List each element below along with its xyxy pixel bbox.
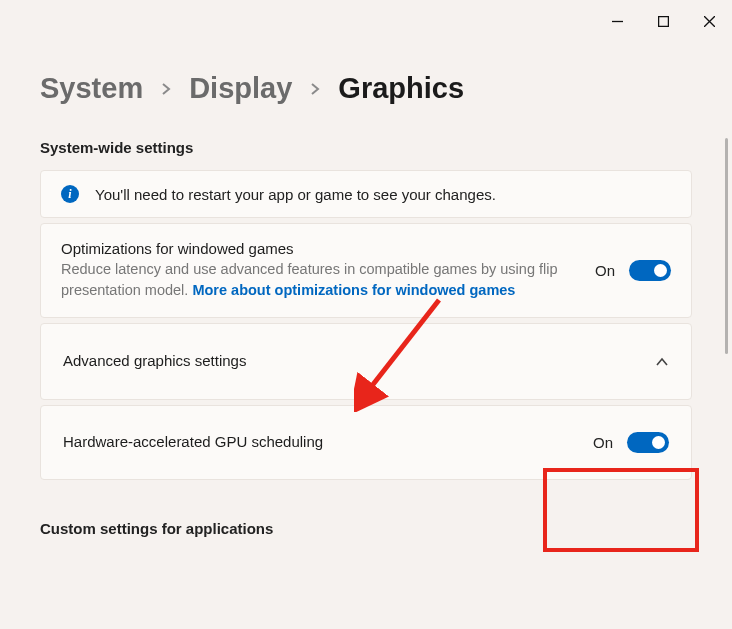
windowed-opt-description: Reduce latency and use advanced features… bbox=[61, 259, 579, 301]
minimize-button[interactable] bbox=[594, 6, 640, 36]
maximize-button[interactable] bbox=[640, 6, 686, 36]
breadcrumb-system[interactable]: System bbox=[40, 72, 143, 105]
scrollbar-thumb[interactable] bbox=[725, 138, 728, 354]
windowed-opt-title: Optimizations for windowed games bbox=[61, 240, 579, 257]
info-banner: You'll need to restart your app or game … bbox=[40, 170, 692, 218]
gpu-scheduling-title: Hardware-accelerated GPU scheduling bbox=[63, 433, 577, 450]
advanced-graphics-title: Advanced graphics settings bbox=[63, 352, 639, 369]
chevron-up-icon bbox=[655, 355, 669, 369]
section-heading-customapps: Custom settings for applications bbox=[40, 520, 692, 537]
advanced-graphics-expander[interactable]: Advanced graphics settings bbox=[40, 323, 692, 400]
breadcrumb-display[interactable]: Display bbox=[189, 72, 292, 105]
chevron-right-icon bbox=[159, 82, 173, 96]
info-icon bbox=[61, 185, 79, 203]
windowed-opt-toggle[interactable] bbox=[629, 260, 671, 281]
windowed-opt-state-label: On bbox=[595, 262, 615, 279]
close-button[interactable] bbox=[686, 6, 732, 36]
breadcrumb: System Display Graphics bbox=[40, 72, 692, 105]
gpu-scheduling-toggle[interactable] bbox=[627, 432, 669, 453]
breadcrumb-graphics: Graphics bbox=[338, 72, 464, 105]
windowed-opt-learn-more-link[interactable]: More about optimizations for windowed ga… bbox=[192, 282, 515, 298]
windowed-optimizations-card: Optimizations for windowed games Reduce … bbox=[40, 223, 692, 318]
window-title-bar bbox=[0, 0, 732, 36]
svg-rect-1 bbox=[658, 16, 668, 26]
chevron-right-icon bbox=[308, 82, 322, 96]
gpu-scheduling-card: Hardware-accelerated GPU scheduling On bbox=[40, 405, 692, 480]
gpu-scheduling-state-label: On bbox=[593, 434, 613, 451]
section-heading-systemwide: System-wide settings bbox=[40, 139, 692, 156]
info-banner-text: You'll need to restart your app or game … bbox=[95, 186, 496, 203]
